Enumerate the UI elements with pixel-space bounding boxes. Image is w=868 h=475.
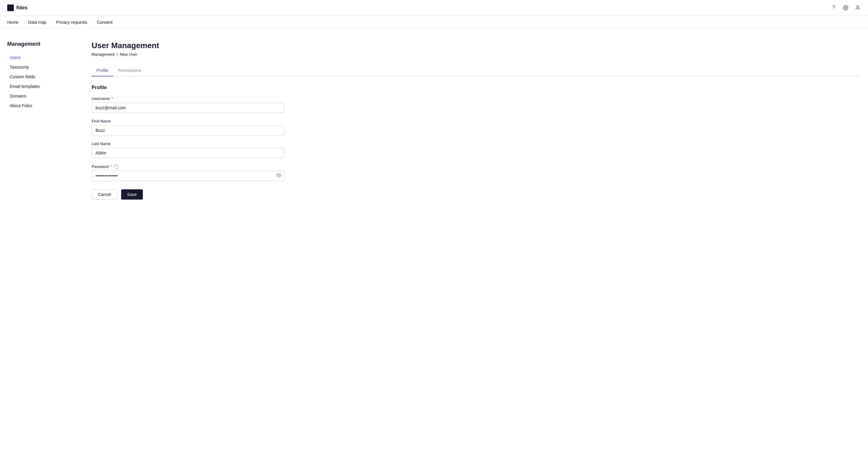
cancel-button[interactable]: Cancel: [92, 189, 118, 200]
tab-permissions[interactable]: Permissions: [113, 65, 146, 76]
user-icon[interactable]: [855, 5, 861, 11]
password-toggle-button[interactable]: [276, 172, 281, 179]
sidebar-item-email-templates[interactable]: Email templates: [7, 82, 67, 91]
main-content: User Management Management / New User Pr…: [67, 41, 861, 200]
sidebar-item-domains[interactable]: Domains: [7, 92, 67, 100]
last-name-label: Last Name: [92, 141, 284, 146]
navbar: Home Data map Privacy requests Consent: [0, 15, 868, 29]
username-group: Username *: [92, 96, 284, 113]
password-label: Password * ?: [92, 164, 284, 169]
first-name-label: First Name: [92, 119, 284, 124]
form-actions: Cancel Save: [92, 189, 861, 200]
svg-point-1: [857, 6, 859, 7]
profile-section-title: Profile: [92, 85, 861, 90]
breadcrumb-root: Management: [92, 52, 115, 57]
password-help-icon[interactable]: ?: [114, 164, 119, 169]
breadcrumb-separator: /: [117, 52, 118, 57]
main-layout: Management Users Taxonomy Custom fields …: [0, 29, 868, 212]
first-name-group: First Name: [92, 119, 284, 135]
nav-item-home[interactable]: Home: [7, 16, 19, 28]
nav-item-privacy-requests[interactable]: Privacy requests: [56, 16, 87, 28]
page-title: User Management: [92, 41, 861, 50]
app-logo: fides: [7, 4, 27, 11]
password-wrapper: [92, 171, 284, 181]
sidebar-nav: Users Taxonomy Custom fields Email templ…: [7, 53, 67, 110]
sidebar: Management Users Taxonomy Custom fields …: [7, 41, 67, 200]
settings-icon[interactable]: [843, 5, 849, 11]
tab-profile[interactable]: Profile: [92, 65, 113, 76]
help-icon[interactable]: ?: [831, 5, 837, 11]
tabs: Profile Permissions: [92, 65, 861, 76]
password-input[interactable]: [92, 171, 284, 181]
username-input[interactable]: [92, 103, 284, 113]
username-required: *: [112, 96, 113, 101]
username-label: Username *: [92, 96, 284, 101]
sidebar-item-taxonomy[interactable]: Taxonomy: [7, 63, 67, 71]
sidebar-item-custom-fields[interactable]: Custom fields: [7, 72, 67, 81]
save-button[interactable]: Save: [121, 189, 143, 200]
sidebar-item-users[interactable]: Users: [7, 53, 67, 62]
last-name-group: Last Name: [92, 141, 284, 158]
sidebar-item-about-fides[interactable]: About Fides: [7, 101, 67, 110]
topbar: fides ?: [0, 0, 868, 15]
first-name-input[interactable]: [92, 125, 284, 135]
svg-point-0: [845, 7, 846, 8]
last-name-input[interactable]: [92, 148, 284, 158]
password-required: *: [111, 164, 112, 169]
sidebar-title: Management: [7, 41, 67, 47]
app-name: fides: [16, 5, 27, 10]
breadcrumb-current: New User: [120, 52, 137, 57]
password-group: Password * ?: [92, 164, 284, 181]
breadcrumb: Management / New User: [92, 52, 861, 57]
svg-point-2: [278, 175, 280, 176]
nav-item-data-map[interactable]: Data map: [28, 16, 46, 28]
topbar-icons: ?: [831, 5, 861, 11]
nav-item-consent[interactable]: Consent: [97, 16, 113, 28]
logo-box-icon: [7, 4, 14, 11]
